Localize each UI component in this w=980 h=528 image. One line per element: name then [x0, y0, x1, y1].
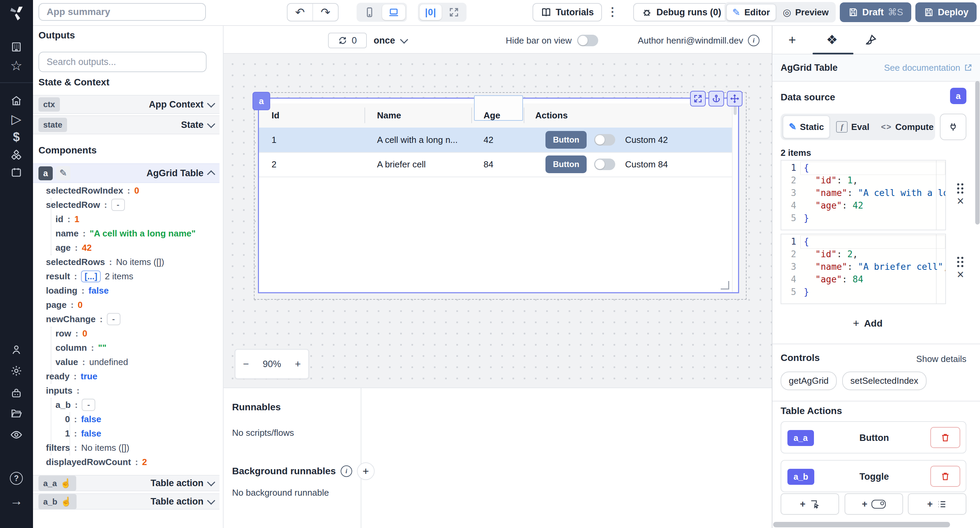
mode-eval[interactable]: f Eval: [830, 116, 875, 138]
prop-row[interactable]: loading:false: [46, 283, 108, 298]
collapsed-object-badge[interactable]: -: [111, 199, 125, 211]
prop-row[interactable]: 0:false: [65, 412, 101, 426]
prop-row[interactable]: id:1: [56, 212, 79, 226]
runs-button[interactable]: ▷: [10, 112, 23, 126]
refresh-count-button[interactable]: 0: [328, 33, 367, 48]
component-move-button[interactable]: [727, 91, 743, 107]
fullwidth-layout-button[interactable]: [443, 5, 465, 20]
state-row[interactable]: state State: [33, 115, 220, 134]
control-getAgGrid[interactable]: getAgGrid: [781, 372, 837, 390]
table-action-row-a_b[interactable]: a_b☝ Table action: [33, 493, 220, 510]
see-documentation-link[interactable]: See documentation: [884, 63, 972, 73]
component-anchor-button[interactable]: [708, 91, 724, 107]
mode-compute[interactable]: <> Compute: [875, 116, 939, 138]
add-select-action[interactable]: +: [908, 493, 966, 515]
windmill-logo[interactable]: [7, 3, 26, 22]
row-button[interactable]: Button: [546, 131, 587, 149]
help-button[interactable]: ?: [10, 472, 23, 485]
resources-button[interactable]: [10, 148, 23, 162]
prop-row[interactable]: a_b:-: [56, 398, 95, 412]
component-header-row[interactable]: a ✎ AgGrid Table: [33, 163, 220, 183]
column-header-name[interactable]: Name: [377, 103, 401, 127]
add-button-action[interactable]: +: [781, 493, 839, 515]
collapsed-object-badge[interactable]: -: [107, 313, 121, 325]
design-grid[interactable]: a Id Name Age Actions: [224, 54, 772, 388]
prop-row[interactable]: 1:false: [65, 426, 101, 441]
hide-bar-toggle[interactable]: [577, 35, 598, 46]
tab-settings[interactable]: ❖: [824, 31, 840, 48]
drag-handle-icon[interactable]: [956, 256, 964, 268]
table-row-1[interactable]: 1 A cell with a long n... 42 Button Cust…: [259, 127, 733, 153]
workers-button[interactable]: [10, 386, 23, 400]
prop-row[interactable]: selectedRow:-: [46, 198, 125, 212]
schedules-button[interactable]: [10, 165, 23, 179]
prop-row[interactable]: displayedRowCount:2: [46, 455, 147, 469]
delete-action-button[interactable]: [930, 466, 960, 487]
prop-row[interactable]: page:0: [46, 298, 83, 312]
tab-insert[interactable]: +: [784, 31, 801, 48]
remove-item-button[interactable]: ×: [957, 269, 964, 280]
row-toggle[interactable]: [594, 159, 615, 170]
zoom-out-button[interactable]: −: [243, 358, 249, 370]
ctx-row[interactable]: ctx App Context: [33, 95, 220, 114]
home-button[interactable]: [10, 94, 23, 108]
table-action-row-a_a[interactable]: a_a☝ Table action: [33, 475, 220, 491]
schedule-dropdown[interactable]: once: [374, 33, 407, 48]
component-expand-button[interactable]: [690, 91, 706, 107]
user-button[interactable]: [10, 343, 23, 356]
right-panel-hscrollbar[interactable]: [773, 522, 950, 527]
row-button[interactable]: Button: [546, 156, 587, 173]
prop-row[interactable]: value:undefined: [56, 355, 128, 369]
preview-tab[interactable]: ◎ Preview: [778, 5, 834, 20]
mode-static[interactable]: ✎ Static: [783, 115, 830, 138]
info-icon[interactable]: i: [748, 35, 759, 46]
add-item-button[interactable]: + Add: [772, 317, 963, 330]
remove-item-button[interactable]: ×: [957, 196, 964, 206]
more-menu-button[interactable]: ⋮: [607, 5, 618, 18]
settings-button[interactable]: [10, 364, 23, 378]
workspace-button[interactable]: [10, 40, 23, 54]
column-header-id[interactable]: Id: [272, 103, 279, 127]
drag-handle-icon[interactable]: [956, 182, 964, 195]
search-outputs-input[interactable]: [38, 52, 207, 72]
column-header-age[interactable]: Age: [484, 103, 500, 127]
tab-styling[interactable]: [862, 31, 880, 48]
folders-button[interactable]: [10, 407, 23, 420]
delete-action-button[interactable]: [930, 427, 960, 448]
table-action-card-toggle[interactable]: Toggle a_b: [781, 460, 966, 492]
centered-layout-button[interactable]: |0|: [420, 5, 442, 20]
debug-runs-button[interactable]: Debug runs (0): [633, 3, 730, 21]
json-editor-item-2[interactable]: 1 2 3 4 5 { "id": 2, "name": "A briefer …: [781, 234, 946, 304]
row-toggle[interactable]: [594, 134, 615, 146]
prop-row[interactable]: ready:true: [46, 369, 97, 383]
prop-row[interactable]: column:"": [56, 340, 107, 355]
editor-tab[interactable]: ✎ Editor: [726, 4, 776, 21]
prop-row[interactable]: newChange:-: [46, 312, 121, 326]
right-panel-scrollbar[interactable]: [975, 81, 980, 224]
table-scrollbar[interactable]: [732, 99, 738, 292]
redo-button[interactable]: ↷: [312, 4, 338, 21]
draft-button[interactable]: Draft ⌘S: [840, 2, 911, 22]
column-header-actions[interactable]: Actions: [535, 103, 568, 127]
variables-button[interactable]: $: [10, 130, 23, 144]
prop-row[interactable]: age:42: [56, 240, 92, 255]
collapsed-object-badge[interactable]: -: [82, 399, 95, 411]
audit-button[interactable]: [10, 428, 23, 442]
zoom-in-button[interactable]: +: [295, 358, 301, 370]
app-summary-input[interactable]: [38, 3, 206, 21]
prop-row[interactable]: row:0: [56, 326, 87, 340]
desktop-view-button[interactable]: [382, 5, 405, 20]
control-setSelectedIndex[interactable]: setSelectedIndex: [842, 372, 926, 390]
component-tab-a[interactable]: a: [253, 92, 270, 110]
expand-sidebar-button[interactable]: →: [10, 494, 23, 507]
expand-array-badge[interactable]: [...]: [81, 270, 101, 282]
prop-row[interactable]: filters:No items ([]): [46, 441, 129, 455]
connect-button[interactable]: [940, 114, 966, 140]
json-editor-item-1[interactable]: 1 2 3 4 5 { "id": 1, "name": "A cell wit…: [781, 160, 946, 230]
component-resize-handle[interactable]: [721, 281, 729, 289]
show-details-link[interactable]: Show details: [916, 354, 966, 364]
prop-row[interactable]: name:"A cell with a long name": [56, 226, 196, 240]
tutorials-button[interactable]: Tutorials: [533, 3, 602, 21]
prop-row[interactable]: selectedRowIndex:0: [46, 183, 139, 198]
edit-id-button[interactable]: ✎: [56, 166, 70, 180]
